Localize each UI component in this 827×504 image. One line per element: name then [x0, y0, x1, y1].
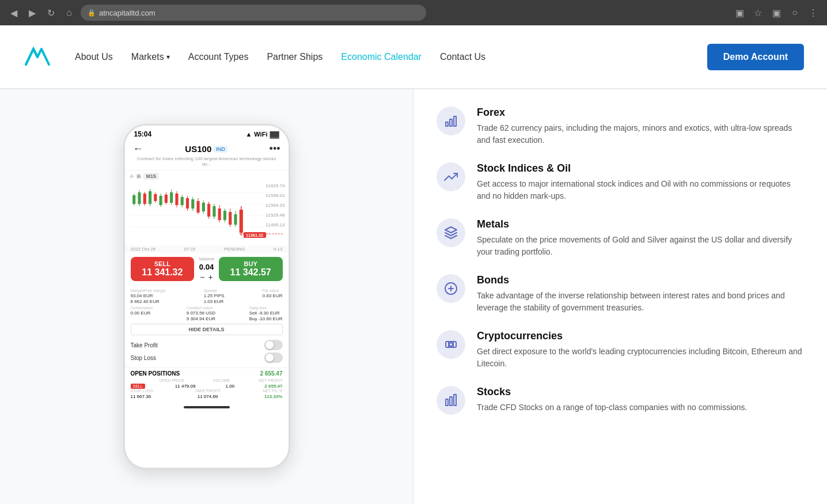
nav-link-markets[interactable]: Markets: [131, 52, 170, 62]
phone-more-button[interactable]: •••: [270, 143, 280, 155]
forex-icon-wrap: [437, 107, 465, 135]
volume-value: 0.04: [199, 263, 214, 271]
sell-button[interactable]: SELL 11 341.32: [131, 257, 195, 281]
contract-label: Contract value: [187, 306, 215, 310]
phone-chart: ⊹ ⊞ M15 11629.74 11598.03 11564.33 11529…: [125, 170, 289, 245]
col-stop-loss: STOP LOSS: [131, 389, 153, 393]
contract-col: Contract value 9 073.56 USD 9 304.94 EUR: [187, 306, 215, 321]
volume-increase[interactable]: +: [208, 272, 213, 282]
position1-profit: 2 655.47: [264, 384, 282, 389]
stocks-icon-wrap: [437, 386, 465, 415]
nav-link-contact-us[interactable]: Contact Us: [440, 52, 485, 62]
position2-pls: 113.33%: [264, 394, 283, 399]
buy-label: BUY: [223, 260, 278, 267]
profile-icon[interactable]: ○: [788, 6, 802, 20]
price-level-5: 11495.13: [265, 222, 284, 228]
stock-indices-text: Stock Indices & Oil Get access to major …: [477, 162, 804, 202]
sell-label: SELL: [135, 260, 190, 267]
phone-status-bar: 15:04 ▲ WiFi ▓▓: [125, 126, 289, 141]
position-row-2: 11 667.36 11 074.69 113.33%: [131, 394, 283, 399]
phone-home-indicator: [125, 401, 289, 413]
chart-type-icon: ⊞: [136, 173, 141, 179]
refresh-button[interactable]: ↻: [44, 6, 58, 20]
stock-indices-icon-wrap: [437, 162, 465, 191]
stocks-description: Trade CFD Stocks on a range of top-class…: [477, 401, 747, 414]
nav-item-partner-ships[interactable]: Partner Ships: [267, 52, 323, 62]
star-icon[interactable]: ☆: [751, 6, 765, 20]
volume-control: Volume 0.04 − +: [199, 256, 214, 282]
stock-indices-description: Get access to major international stock …: [477, 178, 804, 202]
positions-header: OPEN POSITIONS 2 655.47: [131, 370, 283, 377]
daily-loss-col: Daily loss Sell -9.30 EUR Buy -10.60 EUR: [249, 306, 283, 321]
contract-value2: 9 304.94 EUR: [187, 316, 215, 321]
phone-timeframe[interactable]: M15: [143, 173, 160, 180]
back-button[interactable]: ◀: [7, 6, 21, 20]
signal-icon: ▲: [245, 131, 252, 138]
pip-value-col: Pip value 0.83 EUR: [263, 289, 283, 304]
volume-buttons: − +: [200, 272, 213, 282]
nav-link-economic-calendar[interactable]: Economic Calendar: [341, 52, 422, 62]
volume-decrease[interactable]: −: [200, 272, 204, 282]
market-item-bonds: Bonds Take advantage of the inverse rela…: [437, 274, 804, 314]
nav-item-account-types[interactable]: Account Types: [188, 52, 249, 62]
take-profit-label: Take Profit: [131, 342, 158, 348]
browser-chrome: ◀ ▶ ↻ ⌂ 🔒 atncapitalltd.com ▣ ☆ ▣ ○ ⋮: [0, 0, 827, 25]
stop-loss-row: Stop Loss: [131, 353, 283, 363]
menu-icon[interactable]: ⋮: [806, 6, 820, 20]
screenshot-icon[interactable]: ▣: [733, 6, 746, 20]
market-item-forex: Forex Trade 62 currency pairs, including…: [437, 107, 804, 146]
metals-icon-wrap: [437, 218, 465, 247]
metals-text: Metals Speculate on the price movements …: [477, 218, 804, 258]
phone-mockup: 15:04 ▲ WiFi ▓▓ ← US100 IND ••• Contra: [123, 124, 290, 469]
forex-title: Forex: [477, 107, 804, 119]
phone-asset-header: ← US100 IND ••• Contract for Index refle…: [125, 141, 289, 170]
nav-link-partner-ships[interactable]: Partner Ships: [267, 52, 323, 62]
nav-item-markets[interactable]: Markets: [131, 52, 170, 62]
take-profit-toggle[interactable]: [264, 340, 283, 350]
bonds-text: Bonds Take advantage of the inverse rela…: [477, 274, 804, 314]
crypto-icon-wrap: [437, 330, 465, 359]
col-net-profit: NET PROFIT: [259, 378, 282, 382]
buy-price: 11 342.57: [223, 267, 278, 278]
forward-button[interactable]: ▶: [25, 6, 39, 20]
spread-value: 1.25 PIPS: [204, 293, 225, 298]
nav-item-about[interactable]: About Us: [75, 52, 113, 62]
phone-asset-name: US100: [185, 144, 211, 154]
market-item-stocks: Stocks Trade CFD Stocks on a range of to…: [437, 386, 804, 415]
phone-pending-label: PENDING: [224, 247, 245, 252]
address-bar[interactable]: 🔒 atncapitalltd.com: [81, 5, 426, 21]
stock-indices-title: Stock Indices & Oil: [477, 162, 804, 175]
svg-rect-60: [446, 399, 448, 406]
battery-icon: ▓▓: [270, 131, 279, 138]
take-profit-row: Take Profit: [131, 340, 283, 350]
nav-item-contact-us[interactable]: Contact Us: [440, 52, 485, 62]
phone-toggles: Take Profit Stop Loss: [125, 338, 289, 367]
home-bar: [184, 406, 230, 408]
commission-label: Commission: [131, 306, 153, 310]
home-button[interactable]: ⌂: [62, 6, 76, 20]
nav-link-about[interactable]: About Us: [75, 52, 113, 62]
detail-row-1: Margin/Free margin 93.04 EUR 8 662.40 EU…: [131, 289, 283, 304]
volume-label: Volume: [199, 256, 214, 262]
phone-trade-details: Margin/Free margin 93.04 EUR 8 662.40 EU…: [125, 289, 289, 338]
dollar-circle-icon: [444, 282, 458, 295]
lock-icon: 🔒: [88, 9, 96, 17]
svg-point-57: [449, 343, 453, 346]
markets-panel: Forex Trade 62 currency pairs, including…: [414, 89, 827, 504]
svg-marker-52: [445, 227, 457, 233]
demo-account-button[interactable]: Demo Account: [707, 44, 804, 70]
buy-button[interactable]: BUY 11 342.57: [219, 257, 283, 281]
layers-icon: [444, 226, 458, 240]
extensions-icon[interactable]: ▣: [769, 6, 783, 20]
site-navbar: About Us Markets Account Types Partner S…: [0, 25, 827, 89]
hide-details-button[interactable]: HIDE DETAILS: [131, 324, 283, 335]
stocks-title: Stocks: [477, 386, 747, 398]
nav-item-economic-calendar[interactable]: Economic Calendar: [341, 52, 422, 62]
pip-value: 0.83 EUR: [263, 293, 283, 298]
phone-back-button[interactable]: ←: [133, 143, 143, 155]
bonds-title: Bonds: [477, 274, 804, 286]
logo[interactable]: [23, 44, 52, 70]
stop-loss-toggle[interactable]: [264, 353, 283, 363]
metals-description: Speculate on the price movements of Gold…: [477, 234, 804, 258]
nav-link-account-types[interactable]: Account Types: [188, 52, 249, 62]
